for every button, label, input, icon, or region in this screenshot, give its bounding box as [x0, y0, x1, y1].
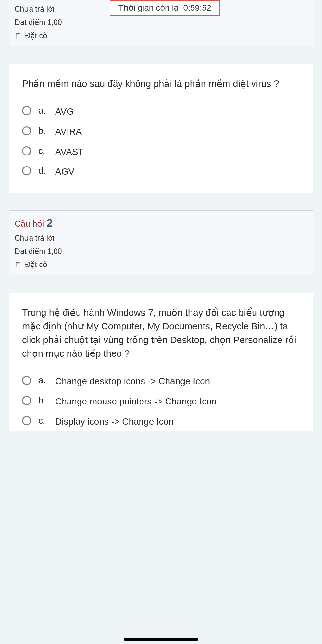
flag-icon	[15, 32, 22, 40]
timer-box: Thời gian còn lại 0:59:52	[110, 0, 220, 16]
answer-list: a. Change desktop icons -> Change Icon b…	[22, 375, 300, 427]
answer-option[interactable]: a. AVG	[22, 105, 300, 118]
radio-button[interactable]	[22, 396, 31, 405]
grade-line: Đạt điểm 1,00	[15, 18, 307, 27]
option-letter: d.	[38, 166, 48, 176]
answer-option[interactable]: c. Display icons -> Change Icon	[22, 415, 300, 428]
option-text: Change desktop icons -> Change Icon	[55, 375, 210, 388]
radio-button[interactable]	[22, 126, 31, 135]
answer-option[interactable]: a. Change desktop icons -> Change Icon	[22, 375, 300, 388]
answer-status: Chưa trả lời	[15, 234, 307, 242]
option-text: AVIRA	[55, 126, 82, 138]
timer-label: Thời gian còn lại 0:59:52	[118, 3, 211, 13]
radio-button[interactable]	[22, 416, 31, 425]
flag-label: Đặt cờ	[25, 260, 47, 269]
answer-list: a. AVG b. AVIRA c. AVAST d. AGV	[22, 105, 300, 178]
option-letter: a.	[38, 375, 48, 386]
question-text: Phần mềm nào sau đây không phải là phần …	[22, 77, 300, 91]
option-letter: a.	[38, 105, 48, 116]
option-letter: b.	[38, 126, 48, 136]
question-info-card: Câu hỏi 2 Chưa trả lời Đạt điểm 1,00 Đặt…	[9, 210, 313, 275]
option-text: Change mouse pointers -> Change Icon	[55, 395, 217, 408]
option-text: Display icons -> Change Icon	[55, 415, 174, 428]
option-letter: c.	[38, 146, 48, 156]
option-letter: c.	[38, 415, 48, 426]
answer-option[interactable]: b. Change mouse pointers -> Change Icon	[22, 395, 300, 408]
question-title: Câu hỏi 2	[15, 217, 307, 229]
option-text: AVAST	[55, 146, 84, 158]
flag-question-button[interactable]: Đặt cờ	[15, 31, 307, 40]
question-text: Trong hệ điều hành Windows 7, muốn thay …	[22, 306, 300, 360]
flag-question-button[interactable]: Đặt cờ	[15, 260, 307, 269]
radio-button[interactable]	[22, 166, 31, 175]
answer-option[interactable]: c. AVAST	[22, 146, 300, 158]
radio-button[interactable]	[22, 146, 31, 155]
option-text: AGV	[55, 166, 74, 178]
radio-button[interactable]	[22, 376, 31, 385]
radio-button[interactable]	[22, 106, 31, 115]
flag-label: Đặt cờ	[25, 31, 47, 40]
answer-option[interactable]: b. AVIRA	[22, 126, 300, 138]
answer-option[interactable]: d. AGV	[22, 166, 300, 178]
option-letter: b.	[38, 395, 48, 406]
option-text: AVG	[55, 105, 74, 118]
question-body: Trong hệ điều hành Windows 7, muốn thay …	[9, 293, 313, 431]
flag-icon	[15, 261, 22, 268]
question-body: Phần mềm nào sau đây không phải là phần …	[9, 64, 313, 193]
grade-line: Đạt điểm 1,00	[15, 247, 307, 256]
